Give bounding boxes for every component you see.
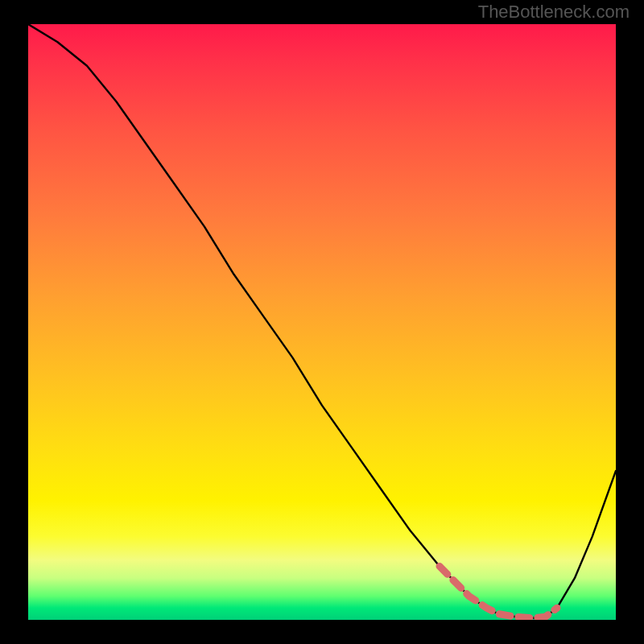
bottleneck-curve-path — [28, 24, 616, 618]
watermark-text: TheBottleneck.com — [478, 2, 630, 23]
chart-container: TheBottleneck.com — [0, 0, 644, 644]
plot-area — [28, 24, 616, 620]
curve-svg — [28, 24, 616, 620]
highlight-segment — [440, 566, 557, 617]
